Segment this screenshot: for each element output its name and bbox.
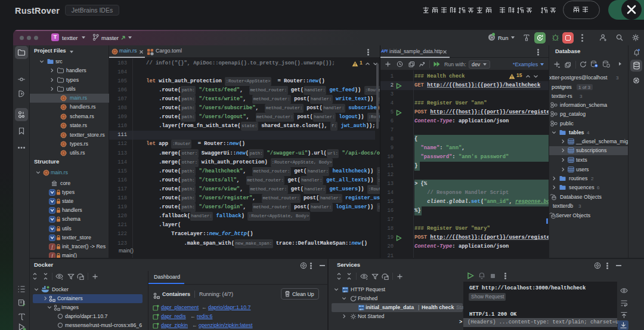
svg-text:API: API: [360, 307, 363, 310]
svg-text:API: API: [343, 289, 347, 292]
